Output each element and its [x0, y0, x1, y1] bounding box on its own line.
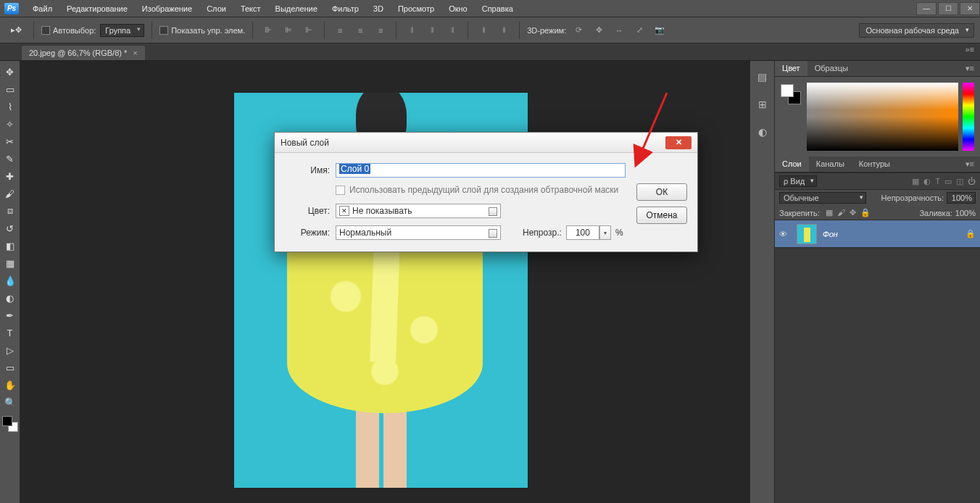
panel-menu-icon[interactable]: ▾≡: [960, 157, 980, 172]
color-dropdown[interactable]: ✕ Не показывать: [336, 204, 501, 218]
stamp-tool[interactable]: ⧈: [1, 203, 19, 219]
autoselect-dropdown[interactable]: Группа: [100, 24, 144, 37]
menu-text[interactable]: Текст: [234, 1, 267, 16]
camera-3d-icon[interactable]: 📷: [652, 22, 668, 38]
magic-wand-tool[interactable]: ✧: [1, 116, 19, 132]
align-icon[interactable]: ⊫: [281, 22, 296, 38]
menu-file[interactable]: Файл: [26, 1, 59, 16]
canvas-area[interactable]: [20, 61, 749, 503]
minimize-button[interactable]: —: [916, 2, 937, 15]
eyedropper-tool[interactable]: ✎: [1, 151, 19, 167]
visibility-icon[interactable]: 👁: [779, 230, 791, 238]
dialog-close-button[interactable]: ✕: [665, 136, 692, 149]
mode-dropdown[interactable]: Нормальный: [336, 225, 501, 240]
panel-menu-icon[interactable]: ▾≡: [960, 61, 980, 76]
filter-shape-icon[interactable]: ▭: [944, 177, 952, 186]
brush-tool[interactable]: 🖌: [1, 186, 19, 201]
opacity-input[interactable]: 100: [566, 225, 599, 240]
color-tab[interactable]: Цвет: [775, 61, 807, 76]
pen-tool[interactable]: ✒: [1, 307, 19, 323]
menu-image[interactable]: Изображение: [136, 1, 199, 16]
distribute-icon[interactable]: ⫴: [444, 22, 460, 38]
lasso-tool[interactable]: ⌇: [1, 99, 19, 115]
hue-slider[interactable]: [963, 83, 974, 151]
gradient-tool[interactable]: ▦: [1, 255, 19, 271]
maximize-button[interactable]: ☐: [938, 2, 958, 15]
fg-bg-swatch[interactable]: [781, 84, 801, 104]
align-icon[interactable]: ⊪: [260, 22, 276, 38]
history-brush-tool[interactable]: ↺: [1, 220, 19, 236]
show-controls-label: Показать упр. элем.: [171, 26, 245, 35]
menu-edit[interactable]: Редактирование: [60, 1, 134, 16]
eraser-tool[interactable]: ◧: [1, 238, 19, 254]
menu-select[interactable]: Выделение: [269, 1, 324, 16]
close-tab-icon[interactable]: ×: [133, 49, 137, 57]
scale-3d-icon[interactable]: ⤢: [631, 22, 647, 38]
zoom-tool[interactable]: 🔍: [1, 394, 19, 410]
menu-3d[interactable]: 3D: [367, 1, 390, 16]
filter-adjust-icon[interactable]: ◐: [923, 177, 931, 186]
paths-tab[interactable]: Контуры: [852, 157, 897, 172]
color-field[interactable]: [807, 83, 958, 151]
menu-window[interactable]: Окно: [442, 1, 474, 16]
menu-help[interactable]: Справка: [476, 1, 520, 16]
lock-position-icon[interactable]: ✥: [850, 208, 856, 217]
hand-tool[interactable]: ✋: [1, 377, 19, 393]
name-input[interactable]: Слой 0: [336, 163, 626, 178]
fill-value[interactable]: 100%: [955, 209, 976, 217]
menu-layers[interactable]: Слои: [200, 1, 233, 16]
orbit-3d-icon[interactable]: ⟳: [570, 22, 586, 38]
align-icon[interactable]: ≡: [352, 22, 368, 38]
blend-mode-dropdown[interactable]: Обычные: [779, 192, 866, 204]
blur-tool[interactable]: 💧: [1, 273, 19, 288]
crop-tool[interactable]: ✂: [1, 133, 19, 149]
channels-tab[interactable]: Каналы: [809, 157, 852, 172]
swatches-tab[interactable]: Образцы: [807, 61, 855, 76]
adjustments-panel-icon[interactable]: ◐: [754, 123, 771, 141]
close-window-button[interactable]: ✕: [960, 2, 980, 15]
opacity-spinner[interactable]: ▾: [599, 225, 611, 240]
marquee-tool[interactable]: ▭: [1, 81, 19, 97]
layer-item[interactable]: 👁 Фон 🔒: [775, 220, 980, 248]
distribute-icon[interactable]: ⫵: [476, 22, 491, 38]
move-tool[interactable]: ✥: [1, 64, 19, 80]
align-icon[interactable]: ≡: [373, 22, 389, 38]
filter-toggle-icon[interactable]: ⏻: [968, 177, 976, 186]
filter-pixel-icon[interactable]: ▦: [912, 177, 919, 186]
type-tool[interactable]: T: [1, 325, 19, 341]
distribute-icon[interactable]: ⫵: [496, 22, 512, 38]
show-controls-checkbox[interactable]: Показать упр. элем.: [159, 26, 245, 35]
distribute-icon[interactable]: ⫴: [404, 22, 420, 38]
workspace-dropdown[interactable]: Основная рабочая среда: [859, 23, 974, 38]
layers-tab[interactable]: Слои: [775, 157, 809, 172]
filter-smart-icon[interactable]: ◫: [956, 177, 963, 186]
lock-all-icon[interactable]: 🔒: [860, 208, 871, 217]
lock-pixels-icon[interactable]: 🖌: [837, 208, 845, 217]
ok-button[interactable]: ОК: [636, 183, 687, 201]
opacity-value[interactable]: 100%: [947, 192, 976, 204]
history-panel-icon[interactable]: ▤: [754, 68, 771, 86]
distribute-icon[interactable]: ⫴: [424, 22, 440, 38]
lock-transparent-icon[interactable]: ▦: [826, 208, 833, 217]
filter-type-icon[interactable]: T: [935, 177, 940, 186]
layer-name[interactable]: Фон: [823, 230, 838, 238]
pan-3d-icon[interactable]: ✥: [591, 22, 607, 38]
cancel-button[interactable]: Отмена: [636, 207, 687, 224]
kind-filter-dropdown[interactable]: ρ Вид: [779, 175, 817, 187]
rectangle-tool[interactable]: ▭: [1, 359, 19, 375]
path-select-tool[interactable]: ▷: [1, 342, 19, 358]
dialog-titlebar[interactable]: Новый слой ✕: [275, 133, 697, 153]
dodge-tool[interactable]: ◐: [1, 290, 19, 306]
align-icon[interactable]: ⊩: [301, 22, 317, 38]
menu-view[interactable]: Просмотр: [391, 1, 441, 16]
properties-panel-icon[interactable]: ⊞: [754, 96, 771, 113]
align-icon[interactable]: ≡: [332, 22, 348, 38]
heal-tool[interactable]: ✚: [1, 168, 19, 184]
slide-3d-icon[interactable]: ↔: [611, 22, 627, 38]
autoselect-checkbox[interactable]: Автовыбор:: [41, 26, 96, 35]
fg-bg-swatch[interactable]: [2, 416, 18, 432]
document-tab[interactable]: 20.jpeg @ 66,7% (RGB/8) * ×: [22, 46, 145, 60]
menu-filter[interactable]: Фильтр: [325, 1, 365, 16]
layer-thumbnail[interactable]: [797, 224, 817, 244]
tab-overflow-icon[interactable]: »≡: [965, 45, 974, 54]
